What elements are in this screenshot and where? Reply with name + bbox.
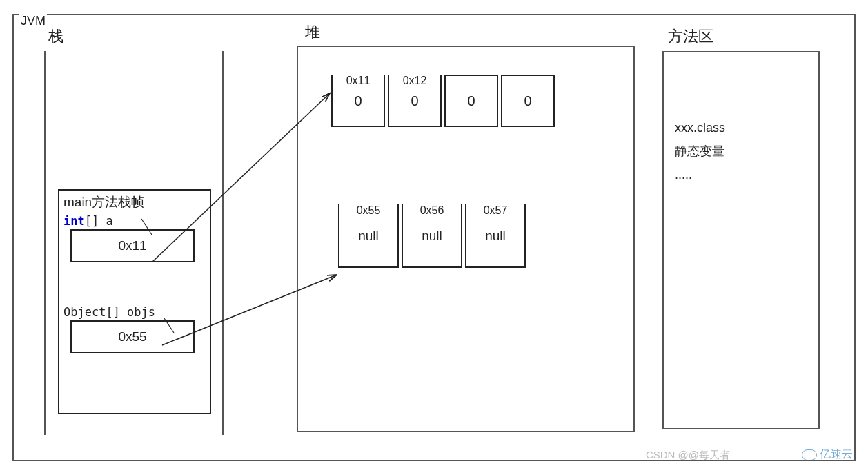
method-area-panel: xxx.class 静态变量 ..... <box>662 51 820 429</box>
stack-right-border <box>222 51 224 435</box>
cell-address: 0x12 <box>389 75 440 87</box>
method-line: ..... <box>675 163 807 186</box>
var-a-declaration: int[] a <box>63 214 206 228</box>
int-cell: 0 <box>501 75 555 127</box>
var-a-value-box: 0x11 <box>70 229 195 262</box>
obj-cell: 0x56 null <box>402 204 462 268</box>
frame-title: main方法栈帧 <box>63 193 206 211</box>
obj-cell: 0x57 null <box>465 204 526 268</box>
method-line: 静态变量 <box>675 139 807 163</box>
stack-panel: main方法栈帧 int[] a 0x11 Object[] objs 0x55 <box>44 51 224 435</box>
cell-value: 0 <box>411 93 418 109</box>
cell-value: null <box>358 229 379 244</box>
cell-address: 0x56 <box>403 204 461 217</box>
watermark-ysy-text: 亿速云 <box>820 447 853 462</box>
cell-address: 0x11 <box>333 75 384 87</box>
main-stack-frame: main方法栈帧 int[] a 0x11 Object[] objs 0x55 <box>58 189 211 414</box>
stack-title: 栈 <box>48 26 63 47</box>
int-cell: 0 <box>444 75 498 127</box>
var-objs-value-box: 0x55 <box>70 320 195 353</box>
heap-title: 堆 <box>305 22 320 43</box>
method-line: xxx.class <box>675 116 807 139</box>
cell-address: 0x55 <box>339 204 397 217</box>
object-array-row: 0x55 null 0x56 null 0x57 null <box>338 204 529 268</box>
cell-address: 0x57 <box>466 204 524 217</box>
cloud-icon <box>802 449 817 460</box>
stack-left-border <box>44 51 46 435</box>
method-area-title: 方法区 <box>668 26 713 47</box>
watermark-csdn: CSDN @@每天者 <box>646 449 730 462</box>
keyword-int: int <box>63 214 85 228</box>
cell-value: null <box>422 229 442 244</box>
var-a-rest: [] a <box>85 214 113 228</box>
int-cell: 0x12 0 <box>388 75 442 127</box>
cell-value: 0 <box>354 93 362 109</box>
jvm-label: JVM <box>19 14 47 28</box>
cell-value: 0 <box>467 93 475 109</box>
obj-cell: 0x55 null <box>338 204 399 268</box>
cell-value: null <box>485 229 506 244</box>
int-cell: 0x11 0 <box>331 75 385 127</box>
var-objs-declaration: Object[] objs <box>63 305 206 319</box>
cell-value: 0 <box>524 93 531 109</box>
int-array-row: 0x11 0 0x12 0 0 0 <box>331 75 558 127</box>
watermark-yisuyun: 亿速云 <box>802 447 853 462</box>
